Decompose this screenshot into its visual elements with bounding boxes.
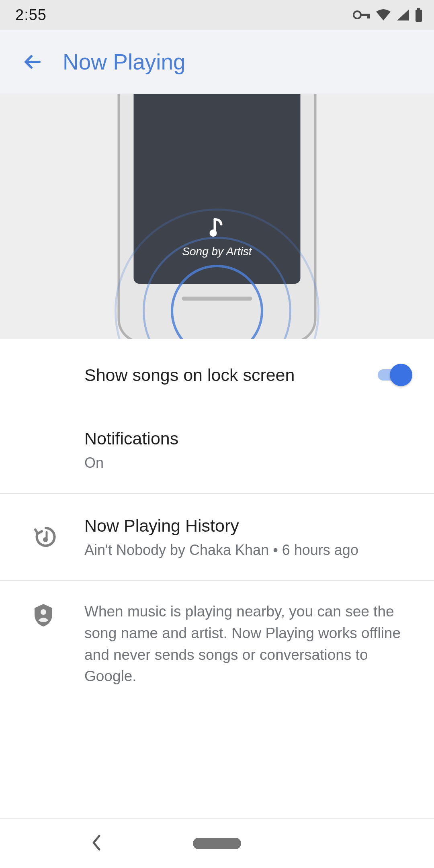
svg-point-9 xyxy=(43,537,48,542)
wifi-icon xyxy=(375,8,391,21)
arrow-back-icon xyxy=(22,51,43,72)
setting-title: Now Playing History xyxy=(84,514,411,537)
info-text: When music is playing nearby, you can se… xyxy=(84,601,411,687)
nav-back-button[interactable] xyxy=(90,833,102,854)
system-nav-bar xyxy=(0,818,434,868)
battery-icon xyxy=(415,8,423,22)
svg-rect-2 xyxy=(367,14,370,18)
status-bar: 2:55 xyxy=(0,0,434,30)
app-bar: Now Playing xyxy=(0,30,434,94)
svg-point-10 xyxy=(41,609,46,615)
cell-signal-icon xyxy=(396,8,410,21)
privacy-shield-icon xyxy=(33,603,54,627)
history-icon xyxy=(33,525,57,549)
lockscreen-toggle[interactable] xyxy=(378,364,411,386)
page-title: Now Playing xyxy=(63,49,186,75)
svg-point-0 xyxy=(354,11,361,18)
vpn-key-icon xyxy=(353,9,371,20)
svg-rect-3 xyxy=(417,8,420,10)
status-icons xyxy=(353,8,423,22)
setting-info: When music is playing nearby, you can se… xyxy=(0,581,434,705)
setting-notifications[interactable]: Notifications On xyxy=(0,411,434,493)
setting-title: Show songs on lock screen xyxy=(84,363,378,387)
setting-subtitle: Ain't Nobody by Chaka Khan • 6 hours ago xyxy=(84,540,411,560)
back-button[interactable] xyxy=(15,45,49,79)
svg-rect-4 xyxy=(416,10,422,22)
nav-home-pill[interactable] xyxy=(193,838,241,849)
setting-lockscreen[interactable]: Show songs on lock screen xyxy=(0,339,434,411)
setting-history[interactable]: Now Playing History Ain't Nobody by Chak… xyxy=(0,494,434,580)
status-time: 2:55 xyxy=(15,6,47,24)
setting-title: Notifications xyxy=(84,427,411,450)
hero-illustration: Song by Artist xyxy=(0,94,434,339)
setting-value: On xyxy=(84,453,411,473)
chevron-left-icon xyxy=(90,833,102,852)
